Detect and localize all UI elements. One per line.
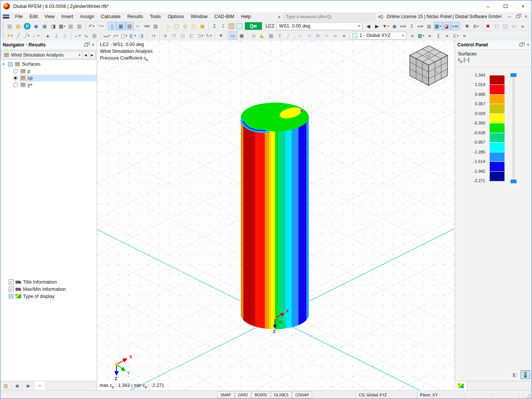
save-icon[interactable]: ◨ bbox=[49, 22, 58, 30]
save-as-image-icon[interactable]: ▣ bbox=[40, 22, 49, 30]
radio-button[interactable] bbox=[13, 83, 18, 87]
result-diagrams-icon[interactable]: ◪ bbox=[442, 22, 451, 30]
perspective-view-icon[interactable]: ▭ bbox=[510, 22, 518, 30]
menu-item[interactable]: Options bbox=[164, 13, 187, 20]
doc-close-button[interactable]: × bbox=[522, 13, 530, 20]
next-analysis-button[interactable]: ▶ bbox=[89, 51, 95, 59]
result-quantity-option[interactable]: cp bbox=[0, 75, 97, 81]
row2-overflow-1-icon[interactable]: » bbox=[340, 31, 348, 40]
show-result-values-icon[interactable]: x.xx bbox=[416, 22, 425, 30]
insert-node-icon[interactable]: ∗ bbox=[161, 31, 170, 40]
result-surfaces-icon[interactable]: ◣ bbox=[258, 31, 267, 40]
toolbar-grip[interactable] bbox=[2, 23, 4, 29]
new-surface-support-icon[interactable]: ⊥ bbox=[61, 31, 69, 40]
tree-item-surfaces[interactable]: ▾ Surfaces bbox=[0, 60, 97, 68]
tab-results-navigator-icon[interactable]: ≈ bbox=[34, 381, 46, 390]
measure-angle-icon[interactable]: ∠ bbox=[451, 31, 460, 40]
member-hinge-icon[interactable]: ≀ bbox=[149, 31, 158, 40]
panel-display-properties-button[interactable]: ◧ bbox=[510, 370, 520, 379]
join-members-icon[interactable]: ⊐ bbox=[196, 31, 204, 40]
doc-minimize-button[interactable]: – bbox=[505, 13, 514, 20]
panel-color-scale-button[interactable] bbox=[521, 370, 530, 379]
snap-toggle-button[interactable]: GLINES bbox=[271, 391, 292, 398]
search-collapse-icon[interactable]: ▸ bbox=[279, 15, 281, 19]
snap-toggle-button[interactable]: GRID bbox=[235, 391, 251, 398]
transfer-load-icon[interactable]: ↧ bbox=[219, 22, 228, 30]
navigator-close-button[interactable]: × bbox=[92, 42, 94, 48]
menu-item[interactable]: Assign bbox=[77, 13, 98, 20]
menu-item[interactable]: Tools bbox=[146, 13, 164, 20]
menu-item[interactable]: Results bbox=[124, 13, 147, 20]
next-load-case-icon[interactable]: ▶ bbox=[373, 22, 381, 30]
show-results-icon[interactable]: ↧ bbox=[407, 22, 416, 30]
wind-simulation-selector[interactable]: WS1: 0.00 deg bbox=[277, 22, 363, 30]
menu-item[interactable]: Window bbox=[187, 13, 211, 20]
extend-line-icon[interactable]: ⊏ bbox=[187, 31, 196, 40]
new-nodal-support-icon[interactable]: ▲ bbox=[43, 31, 52, 40]
result-values-icon[interactable]: x.xx bbox=[451, 22, 460, 30]
deformed-structure-icon[interactable]: ↥ bbox=[275, 31, 284, 40]
new-leader-icon[interactable]: ↘ bbox=[81, 31, 90, 40]
surfaces-checkbox[interactable] bbox=[8, 62, 13, 67]
result-table-icon[interactable]: ▦ bbox=[434, 22, 442, 30]
menu-item[interactable]: Calculate bbox=[97, 13, 124, 20]
tables-toggle-icon[interactable]: ▦ bbox=[117, 22, 125, 30]
control-panel-close-button[interactable]: × bbox=[527, 42, 529, 48]
move-rotate-icon[interactable]: ↻ bbox=[204, 31, 213, 40]
new-cut-icon[interactable]: ◨ bbox=[137, 31, 146, 40]
toolbar-overflow-icon[interactable]: » bbox=[518, 22, 527, 30]
menu-item[interactable]: Help bbox=[238, 13, 254, 20]
smoothing-average-icon[interactable]: ≈ bbox=[322, 31, 331, 40]
print-icon[interactable]: ▦ bbox=[58, 22, 66, 30]
keyword-search-icon[interactable]: ≡Q bbox=[378, 14, 383, 19]
analysis-type-selector[interactable]: Wind Simulation Analysis bbox=[2, 51, 83, 59]
new-table-icon[interactable]: ▦ bbox=[417, 31, 425, 40]
checkbox[interactable] bbox=[9, 294, 14, 299]
visibility-box-icon[interactable]: ▭ bbox=[229, 31, 237, 40]
isometric-view-icon[interactable]: ◻ bbox=[492, 22, 501, 30]
text-editor-icon[interactable]: ▤ bbox=[151, 22, 160, 30]
previous-load-case-icon[interactable]: ◀ bbox=[364, 22, 373, 30]
radio-button[interactable] bbox=[13, 69, 18, 74]
menu-item[interactable]: CAD-BIM bbox=[211, 13, 238, 20]
render-solids-icon[interactable]: ▩ bbox=[425, 22, 434, 30]
select-region-icon[interactable]: ▢ bbox=[189, 22, 198, 30]
row2-overflow-2-icon[interactable]: » bbox=[408, 31, 417, 40]
select-polygon-icon[interactable]: ◇ bbox=[163, 22, 172, 30]
navigator-toggle-icon[interactable]: ▯ bbox=[108, 22, 117, 30]
control-panel-float-button[interactable] bbox=[520, 43, 523, 46]
select-lasso-icon[interactable]: ◯ bbox=[172, 22, 181, 30]
result-quantity-option[interactable]: p bbox=[0, 68, 97, 75]
display-option[interactable]: Title Information bbox=[0, 278, 97, 285]
previous-analysis-button[interactable]: ◀ bbox=[83, 51, 89, 59]
model-viewport[interactable]: X Y Z X Y Z bbox=[97, 40, 455, 390]
tab-views-navigator-icon[interactable]: ▶ bbox=[23, 381, 34, 390]
checkbox[interactable] bbox=[9, 279, 14, 284]
minimize-button[interactable]: – bbox=[480, 0, 497, 12]
new-dimension-icon[interactable]: ↔ bbox=[73, 31, 81, 40]
display-option[interactable]: Max/Min Information bbox=[0, 285, 97, 293]
new-block-icon[interactable]: ◧ bbox=[128, 31, 137, 40]
window-resize-grip[interactable] bbox=[526, 393, 531, 398]
filter-objects-icon[interactable]: ▼ bbox=[217, 31, 225, 40]
printout-report-icon[interactable]: ▥ bbox=[75, 22, 84, 30]
tab-color-scale[interactable] bbox=[455, 381, 467, 390]
zoom-off-icon[interactable]: ✖ bbox=[484, 22, 492, 30]
results-toggle-icon[interactable]: ▤ bbox=[125, 22, 134, 30]
menu-item[interactable]: Insert bbox=[58, 13, 77, 20]
new-surface-icon[interactable]: ▬ bbox=[102, 31, 111, 40]
close-button[interactable]: × bbox=[514, 0, 532, 12]
script-console-icon[interactable]: >SC bbox=[143, 22, 151, 30]
new-solid-icon[interactable]: ● bbox=[111, 31, 120, 40]
open-model-icon[interactable]: ▨ bbox=[14, 22, 23, 30]
smoothing-discontinuous-icon[interactable]: ≅ bbox=[314, 31, 322, 40]
slider-handle-max[interactable] bbox=[510, 73, 517, 77]
keyword-search-input[interactable] bbox=[283, 13, 376, 20]
tab-display-navigator-icon[interactable]: ◉ bbox=[12, 381, 23, 390]
result-solids-icon[interactable]: ▩ bbox=[267, 31, 275, 40]
walkthrough-icon[interactable]: ▣ bbox=[237, 31, 246, 40]
calculation-params-icon[interactable]: ✱ bbox=[463, 22, 472, 30]
global-models-icon[interactable]: ◉ bbox=[32, 22, 40, 30]
maximize-button[interactable] bbox=[497, 0, 514, 12]
result-beam-icon[interactable]: ∪ bbox=[249, 31, 258, 40]
